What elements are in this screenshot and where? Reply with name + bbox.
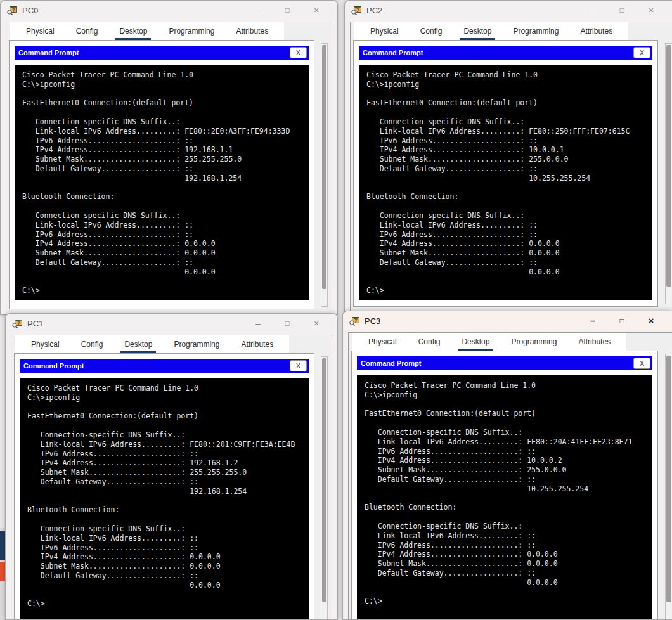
tab-bar: Physical Config Desktop Programming Attr…	[351, 22, 672, 40]
close-button[interactable]: ×	[636, 316, 666, 326]
pc0-window: PC0 – □ × Physical Config Desktop Progra…	[0, 0, 338, 315]
tab-bar: Physical Config Desktop Programming Attr…	[6, 22, 332, 40]
tab-desktop[interactable]: Desktop	[119, 335, 157, 353]
vertical-scrollbar[interactable]	[665, 43, 672, 304]
tab-programming[interactable]: Programming	[508, 22, 564, 40]
command-prompt-title: Command Prompt	[18, 49, 290, 56]
window-title: PC2	[366, 6, 382, 15]
tab-attributes[interactable]: Attributes	[236, 335, 278, 353]
maximize-button[interactable]: □	[273, 319, 302, 328]
close-button[interactable]: ×	[302, 318, 331, 328]
window-titlebar[interactable]: PC0 – □ ×	[1, 1, 337, 20]
window-title: PC0	[22, 6, 38, 15]
command-prompt-close-button[interactable]: X	[290, 47, 307, 58]
command-prompt-window: Command Prompt X Cisco Packet Tracer PC …	[20, 359, 309, 620]
command-prompt-titlebar[interactable]: Command Prompt X	[20, 359, 309, 373]
command-prompt-title: Command Prompt	[361, 359, 633, 367]
packet-tracer-device-icon	[351, 6, 362, 15]
tab-config[interactable]: Config	[71, 22, 103, 40]
window-frame: Physical Config Desktop Programming Attr…	[350, 22, 672, 312]
desktop-pane: Command Prompt X Cisco Packet Tracer PC …	[9, 40, 314, 309]
minimize-button[interactable]: –	[578, 5, 607, 15]
tab-programming[interactable]: Programming	[506, 333, 562, 351]
command-prompt-title: Command Prompt	[23, 362, 290, 370]
tab-bar: Physical Config Desktop Programming Attr…	[349, 333, 672, 351]
pc2-window: PC2 – □ × Physical Config Desktop Progra…	[344, 0, 672, 313]
command-prompt-titlebar[interactable]: Command Prompt X	[357, 356, 652, 370]
tab-bar: Physical Config Desktop Programming Attr…	[11, 335, 332, 353]
tab-physical[interactable]: Physical	[363, 333, 402, 351]
minimize-button[interactable]: –	[243, 318, 273, 328]
tab-programming[interactable]: Programming	[169, 335, 224, 353]
command-prompt-titlebar[interactable]: Command Prompt X	[15, 46, 309, 60]
tab-physical[interactable]: Physical	[26, 335, 65, 353]
tab-attributes[interactable]: Attributes	[573, 333, 616, 351]
pc3-window: PC3 – □ × Physical Config Desktop Progra…	[342, 311, 672, 620]
tab-desktop[interactable]: Desktop	[456, 333, 494, 351]
tab-config[interactable]: Config	[415, 22, 448, 40]
tab-physical[interactable]: Physical	[365, 22, 404, 40]
command-prompt-close-button[interactable]: X	[633, 47, 650, 58]
window-frame: Physical Config Desktop Programming Attr…	[348, 332, 672, 619]
tab-physical[interactable]: Physical	[21, 22, 60, 40]
packet-tracer-device-icon	[349, 316, 360, 326]
tab-config[interactable]: Config	[413, 333, 446, 351]
tab-programming[interactable]: Programming	[164, 22, 219, 40]
vertical-scrollbar[interactable]	[321, 43, 328, 307]
packet-tracer-device-icon	[7, 6, 18, 15]
minimize-button[interactable]: –	[243, 5, 273, 15]
command-prompt-window: Command Prompt X Cisco Packet Tracer PC …	[15, 46, 309, 309]
minimize-button[interactable]: –	[578, 316, 607, 326]
pc1-window: PC1 – □ × Physical Config Desktop Progra…	[5, 313, 338, 620]
desktop-pane: Command Prompt X Cisco Packet Tracer PC …	[14, 353, 314, 620]
scrollbar-thumb[interactable]	[666, 45, 671, 287]
terminal-output[interactable]: Cisco Packet Tracer PC Command Line 1.0 …	[357, 375, 652, 620]
close-button[interactable]: ×	[636, 5, 666, 15]
window-titlebar[interactable]: PC3 – □ ×	[343, 311, 672, 330]
vertical-scrollbar[interactable]	[321, 356, 328, 619]
tab-config[interactable]: Config	[76, 335, 108, 353]
tab-attributes[interactable]: Attributes	[575, 22, 617, 40]
vertical-scrollbar[interactable]	[665, 354, 672, 619]
terminal-output[interactable]: Cisco Packet Tracer PC Command Line 1.0 …	[359, 65, 652, 300]
window-title: PC1	[27, 319, 43, 328]
maximize-button[interactable]: □	[273, 6, 302, 15]
maximize-button[interactable]: □	[607, 6, 636, 15]
tab-attributes[interactable]: Attributes	[231, 22, 273, 40]
window-titlebar[interactable]: PC1 – □ ×	[6, 314, 337, 333]
terminal-output[interactable]: Cisco Packet Tracer PC Command Line 1.0 …	[15, 65, 309, 300]
window-frame: Physical Config Desktop Programming Attr…	[6, 22, 332, 314]
command-prompt-titlebar[interactable]: Command Prompt X	[359, 46, 652, 60]
tab-desktop[interactable]: Desktop	[114, 22, 152, 40]
terminal-output[interactable]: Cisco Packet Tracer PC Command Line 1.0 …	[20, 378, 309, 620]
packet-tracer-device-icon	[12, 319, 23, 328]
desktop-pane: Command Prompt X Cisco Packet Tracer PC …	[353, 40, 658, 307]
desktop-pane: Command Prompt X Cisco Packet Tracer PC …	[351, 351, 658, 620]
scrollbar-thumb[interactable]	[666, 356, 671, 602]
command-prompt-window: Command Prompt X Cisco Packet Tracer PC …	[357, 356, 652, 620]
window-title: PC3	[365, 316, 380, 326]
window-frame: Physical Config Desktop Programming Attr…	[11, 335, 332, 619]
command-prompt-title: Command Prompt	[363, 49, 633, 56]
window-titlebar[interactable]: PC2 – □ ×	[345, 1, 672, 20]
command-prompt-close-button[interactable]: X	[290, 360, 307, 371]
tab-desktop[interactable]: Desktop	[458, 22, 496, 40]
maximize-button[interactable]: □	[607, 316, 636, 325]
close-button[interactable]: ×	[302, 5, 331, 15]
command-prompt-window: Command Prompt X Cisco Packet Tracer PC …	[359, 46, 652, 306]
scrollbar-thumb[interactable]	[322, 45, 326, 289]
command-prompt-close-button[interactable]: X	[633, 358, 650, 369]
scrollbar-thumb[interactable]	[322, 358, 326, 602]
